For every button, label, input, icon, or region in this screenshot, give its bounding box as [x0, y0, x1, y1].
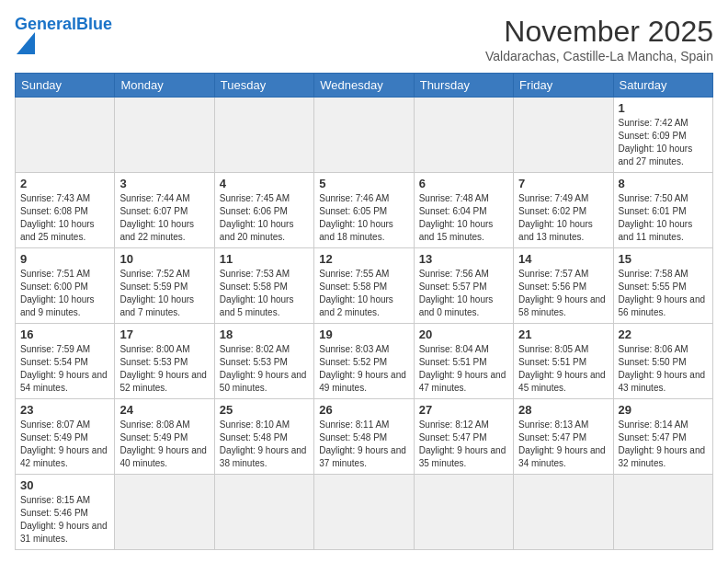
day-cell: 11Sunrise: 7:53 AM Sunset: 5:58 PM Dayli…: [214, 248, 313, 324]
day-cell: [314, 98, 414, 173]
day-cell: [514, 475, 613, 550]
day-number: 29: [619, 403, 708, 417]
day-cell: 3Sunrise: 7:44 AM Sunset: 6:07 PM Daylig…: [115, 173, 214, 248]
day-info: Sunrise: 8:14 AM Sunset: 5:47 PM Dayligh…: [619, 419, 708, 470]
day-info: Sunrise: 8:07 AM Sunset: 5:49 PM Dayligh…: [20, 419, 109, 470]
week-row-6: 30Sunrise: 8:15 AM Sunset: 5:46 PM Dayli…: [16, 475, 713, 550]
day-number: 24: [119, 403, 209, 417]
day-info: Sunrise: 8:08 AM Sunset: 5:49 PM Dayligh…: [119, 419, 209, 470]
day-cell: 26Sunrise: 8:11 AM Sunset: 5:48 PM Dayli…: [314, 399, 414, 475]
day-number: 6: [419, 177, 508, 190]
week-row-1: 1Sunrise: 7:42 AM Sunset: 6:09 PM Daylig…: [16, 98, 713, 173]
day-info: Sunrise: 7:45 AM Sunset: 6:06 PM Dayligh…: [220, 192, 309, 244]
day-number: 26: [319, 403, 408, 417]
day-number: 17: [119, 327, 209, 341]
day-cell: [16, 98, 115, 173]
day-cell: 9Sunrise: 7:51 AM Sunset: 6:00 PM Daylig…: [16, 248, 115, 324]
day-cell: 25Sunrise: 8:10 AM Sunset: 5:48 PM Dayli…: [214, 399, 313, 475]
weekday-header-saturday: Saturday: [613, 74, 712, 98]
logo-triangle-icon: [17, 32, 35, 54]
location-subtitle: Valdarachas, Castille-La Mancha, Spain: [485, 49, 713, 63]
day-info: Sunrise: 7:51 AM Sunset: 6:00 PM Dayligh…: [20, 268, 109, 319]
day-info: Sunrise: 8:10 AM Sunset: 5:48 PM Dayligh…: [220, 419, 309, 470]
day-number: 25: [220, 403, 309, 417]
day-number: 3: [119, 177, 209, 190]
day-cell: 20Sunrise: 8:04 AM Sunset: 5:51 PM Dayli…: [414, 324, 513, 399]
day-number: 14: [518, 252, 608, 266]
day-cell: [115, 98, 214, 173]
day-number: 2: [20, 177, 109, 190]
weekday-header-thursday: Thursday: [414, 74, 513, 98]
day-number: 13: [419, 252, 508, 266]
day-cell: 17Sunrise: 8:00 AM Sunset: 5:53 PM Dayli…: [115, 324, 214, 399]
day-cell: [214, 475, 313, 550]
day-cell: 7Sunrise: 7:49 AM Sunset: 6:02 PM Daylig…: [514, 173, 613, 248]
day-info: Sunrise: 7:58 AM Sunset: 5:55 PM Dayligh…: [619, 268, 708, 319]
day-cell: 10Sunrise: 7:52 AM Sunset: 5:59 PM Dayli…: [115, 248, 214, 324]
day-cell: 24Sunrise: 8:08 AM Sunset: 5:49 PM Dayli…: [115, 399, 214, 475]
day-info: Sunrise: 8:12 AM Sunset: 5:47 PM Dayligh…: [419, 419, 508, 470]
day-number: 10: [119, 252, 209, 266]
day-cell: 12Sunrise: 7:55 AM Sunset: 5:58 PM Dayli…: [314, 248, 414, 324]
logo: GeneralBlue: [15, 15, 112, 54]
day-info: Sunrise: 7:53 AM Sunset: 5:58 PM Dayligh…: [220, 268, 309, 319]
day-cell: 28Sunrise: 8:13 AM Sunset: 5:47 PM Dayli…: [514, 399, 613, 475]
weekday-header-tuesday: Tuesday: [214, 74, 313, 98]
day-cell: 15Sunrise: 7:58 AM Sunset: 5:55 PM Dayli…: [613, 248, 712, 324]
day-number: 1: [619, 101, 708, 115]
week-row-2: 2Sunrise: 7:43 AM Sunset: 6:08 PM Daylig…: [16, 173, 713, 248]
day-number: 4: [220, 177, 309, 190]
day-number: 18: [220, 327, 309, 341]
day-cell: 21Sunrise: 8:05 AM Sunset: 5:51 PM Dayli…: [514, 324, 613, 399]
day-cell: [613, 475, 712, 550]
day-info: Sunrise: 8:00 AM Sunset: 5:53 PM Dayligh…: [119, 343, 209, 395]
day-cell: 5Sunrise: 7:46 AM Sunset: 6:05 PM Daylig…: [314, 173, 414, 248]
day-number: 22: [619, 327, 708, 341]
day-cell: 29Sunrise: 8:14 AM Sunset: 5:47 PM Dayli…: [613, 399, 712, 475]
day-cell: 1Sunrise: 7:42 AM Sunset: 6:09 PM Daylig…: [613, 98, 712, 173]
title-block: November 2025 Valdarachas, Castille-La M…: [485, 15, 713, 63]
day-info: Sunrise: 8:15 AM Sunset: 5:46 PM Dayligh…: [20, 494, 109, 546]
day-number: 20: [419, 327, 508, 341]
day-number: 19: [319, 327, 408, 341]
day-cell: 6Sunrise: 7:48 AM Sunset: 6:04 PM Daylig…: [414, 173, 513, 248]
day-info: Sunrise: 7:44 AM Sunset: 6:07 PM Dayligh…: [119, 192, 209, 244]
day-info: Sunrise: 7:50 AM Sunset: 6:01 PM Dayligh…: [619, 192, 708, 244]
day-cell: 27Sunrise: 8:12 AM Sunset: 5:47 PM Dayli…: [414, 399, 513, 475]
day-info: Sunrise: 7:59 AM Sunset: 5:54 PM Dayligh…: [20, 343, 109, 395]
logo-blue: Blue: [76, 15, 112, 33]
day-number: 11: [220, 252, 309, 266]
day-cell: 4Sunrise: 7:45 AM Sunset: 6:06 PM Daylig…: [214, 173, 313, 248]
week-row-5: 23Sunrise: 8:07 AM Sunset: 5:49 PM Dayli…: [16, 399, 713, 475]
week-row-4: 16Sunrise: 7:59 AM Sunset: 5:54 PM Dayli…: [16, 324, 713, 399]
day-number: 5: [319, 177, 408, 190]
day-info: Sunrise: 8:03 AM Sunset: 5:52 PM Dayligh…: [319, 343, 408, 395]
day-cell: 14Sunrise: 7:57 AM Sunset: 5:56 PM Dayli…: [514, 248, 613, 324]
calendar-table: SundayMondayTuesdayWednesdayThursdayFrid…: [15, 73, 713, 550]
day-cell: 16Sunrise: 7:59 AM Sunset: 5:54 PM Dayli…: [16, 324, 115, 399]
day-number: 7: [518, 177, 608, 190]
day-cell: 18Sunrise: 8:02 AM Sunset: 5:53 PM Dayli…: [214, 324, 313, 399]
day-info: Sunrise: 7:48 AM Sunset: 6:04 PM Dayligh…: [419, 192, 508, 244]
day-cell: [115, 475, 214, 550]
day-info: Sunrise: 7:42 AM Sunset: 6:09 PM Dayligh…: [619, 117, 708, 168]
day-info: Sunrise: 7:49 AM Sunset: 6:02 PM Dayligh…: [518, 192, 608, 244]
day-cell: [414, 98, 513, 173]
weekday-header-wednesday: Wednesday: [314, 74, 414, 98]
day-cell: [214, 98, 313, 173]
day-cell: 19Sunrise: 8:03 AM Sunset: 5:52 PM Dayli…: [314, 324, 414, 399]
weekday-header-monday: Monday: [115, 74, 214, 98]
day-number: 9: [20, 252, 109, 266]
day-number: 30: [20, 478, 109, 492]
day-info: Sunrise: 7:57 AM Sunset: 5:56 PM Dayligh…: [518, 268, 608, 319]
month-title: November 2025: [485, 15, 713, 49]
day-cell: 23Sunrise: 8:07 AM Sunset: 5:49 PM Dayli…: [16, 399, 115, 475]
day-cell: [314, 475, 414, 550]
day-info: Sunrise: 8:13 AM Sunset: 5:47 PM Dayligh…: [518, 419, 608, 470]
day-cell: [514, 98, 613, 173]
day-number: 12: [319, 252, 408, 266]
day-info: Sunrise: 8:11 AM Sunset: 5:48 PM Dayligh…: [319, 419, 408, 470]
day-cell: 13Sunrise: 7:56 AM Sunset: 5:57 PM Dayli…: [414, 248, 513, 324]
page-header: GeneralBlue November 2025 Valdarachas, C…: [15, 15, 713, 63]
weekday-header-sunday: Sunday: [16, 74, 115, 98]
